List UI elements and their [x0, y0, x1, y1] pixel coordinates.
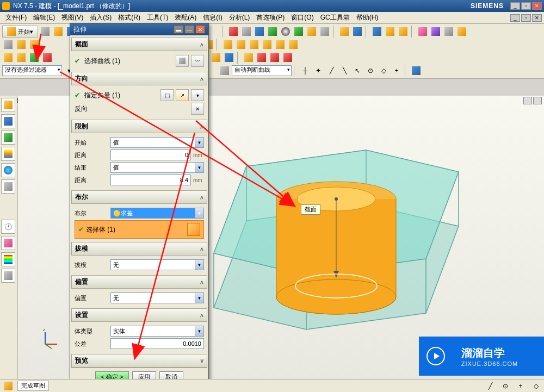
section-header-boolean[interactable]: 布尔ʌ	[71, 190, 207, 204]
tb-zoom-icon[interactable]	[240, 26, 252, 38]
tb-mirror-icon[interactable]	[287, 39, 299, 51]
selection-filter-combo[interactable]: 没有选择过滤器	[2, 65, 62, 76]
tb-wcs1-icon[interactable]	[371, 26, 383, 38]
section-header-preview[interactable]: 预览v	[71, 354, 207, 368]
vector-inferred-button[interactable]: ↗	[176, 89, 189, 101]
status-snap2-icon[interactable]: ⊙	[499, 380, 511, 392]
tb-render-icon[interactable]	[280, 26, 292, 38]
minimize-button[interactable]: _	[510, 2, 520, 10]
tb-shell-icon[interactable]	[261, 39, 273, 51]
end-distance-input[interactable]	[110, 175, 191, 185]
curve-rule-combo[interactable]: 自动判断曲线	[232, 65, 292, 76]
snap-box-icon[interactable]	[410, 65, 422, 77]
menu-edit[interactable]: 编辑(E)	[30, 12, 58, 23]
dialog-close-button[interactable]: ✕	[195, 25, 205, 34]
tb-curve4-icon[interactable]	[41, 52, 53, 64]
menu-help[interactable]: 帮助(H)	[353, 12, 382, 23]
menu-assembly[interactable]: 装配(A)	[171, 12, 200, 23]
tb-misc2-icon[interactable]	[430, 26, 442, 38]
tb-sketch-icon[interactable]	[2, 39, 14, 51]
body-type-combo[interactable]: 实体▼	[110, 326, 204, 337]
tb-datum-icon[interactable]	[15, 39, 27, 51]
tb-misc4-icon[interactable]	[456, 26, 468, 38]
section-header-section[interactable]: 截面ʌ	[71, 38, 207, 51]
tb-sk3-icon[interactable]	[223, 52, 235, 64]
status-sketch-icon[interactable]	[2, 380, 14, 392]
vector-dropdown-button[interactable]: ▾	[191, 89, 204, 101]
tb-intersect-icon[interactable]	[248, 39, 260, 51]
tb-jt-icon[interactable]	[319, 26, 331, 38]
sketch-section-button[interactable]	[176, 55, 189, 67]
menu-format[interactable]: 格式(R)	[115, 12, 144, 23]
menu-window[interactable]: 窗口(O)	[288, 12, 317, 23]
menu-gc[interactable]: GC工具箱	[317, 12, 353, 23]
curve-rule-button[interactable]: 〰	[191, 55, 204, 67]
mdi-minimize-button[interactable]: _	[510, 14, 520, 22]
tb-new-icon[interactable]	[39, 26, 51, 38]
close-button[interactable]: ✕	[532, 2, 542, 10]
menu-preferences[interactable]: 首选项(P)	[253, 12, 288, 23]
status-snap4-icon[interactable]: ◇	[530, 380, 542, 392]
mdi-restore-button[interactable]: ▫	[521, 14, 531, 22]
res-spectrum-icon[interactable]	[1, 252, 15, 266]
vp-grid-icon[interactable]	[533, 97, 542, 104]
select-curve-label[interactable]: 选择曲线 (1)	[84, 57, 174, 66]
menu-tools[interactable]: 工具(T)	[144, 12, 171, 23]
tb-extrude-icon[interactable]	[28, 39, 40, 51]
tb-curve3-icon[interactable]	[28, 52, 40, 64]
start-type-combo[interactable]: 值▼	[110, 137, 204, 148]
status-snap3-icon[interactable]: +	[515, 380, 527, 392]
draft-combo[interactable]: 无▼	[110, 259, 204, 270]
snap7-icon[interactable]: ◇	[378, 65, 390, 77]
snap-rect-icon[interactable]	[219, 65, 231, 77]
res-clock-icon[interactable]: 🕐	[1, 220, 15, 234]
vp-maximize-icon[interactable]	[523, 97, 532, 104]
boolean-combo[interactable]: 🟡 求差▼	[110, 208, 204, 219]
start-distance-input[interactable]	[110, 150, 191, 160]
end-type-combo[interactable]: 值▼	[110, 162, 204, 173]
tb-wcs2-icon[interactable]	[384, 26, 396, 38]
section-header-draft[interactable]: 拔模ʌ	[71, 242, 207, 256]
tb-wireframe-icon[interactable]	[293, 26, 305, 38]
res-history-icon[interactable]	[1, 179, 15, 194]
select-body-row[interactable]: ✔ 选择体 (1)	[75, 220, 204, 239]
res-roles-icon[interactable]	[1, 236, 15, 250]
tb-open-icon[interactable]	[52, 26, 64, 38]
tb-fit-icon[interactable]	[227, 26, 239, 38]
tb-wcs3-icon[interactable]	[397, 26, 409, 38]
tb-unite-icon[interactable]	[222, 39, 234, 51]
tb-layer-icon[interactable]	[338, 26, 350, 38]
start-button[interactable]: 开始 ▾	[2, 26, 38, 38]
section-header-direction[interactable]: 方向ʌ	[71, 72, 207, 85]
res-ie-icon[interactable]	[1, 163, 15, 177]
res-navigator-icon[interactable]	[1, 98, 15, 112]
res-reuse-icon[interactable]	[1, 130, 15, 145]
tb-misc3-icon[interactable]	[443, 26, 455, 38]
tb-sk2-icon[interactable]	[210, 52, 222, 64]
dialog-min-button[interactable]: —	[184, 25, 194, 34]
tb-curve1-icon[interactable]	[2, 52, 14, 64]
tb-pan-icon[interactable]	[254, 26, 265, 38]
snap2-icon[interactable]: ✦	[312, 65, 324, 77]
tb-hide-icon[interactable]	[351, 26, 363, 38]
tb-arc-icon[interactable]	[269, 52, 281, 64]
section-header-limits[interactable]: 限制ʌ	[71, 120, 207, 133]
menu-view[interactable]: 视图(V)	[58, 12, 86, 23]
tb-shaded-icon[interactable]	[306, 26, 318, 38]
snap3-icon[interactable]: ╱	[325, 65, 337, 77]
menu-analysis[interactable]: 分析(L)	[226, 12, 254, 23]
tb-pattern-icon[interactable]	[274, 39, 286, 51]
dialog-pin-button[interactable]: ▬	[174, 25, 183, 34]
res-part-icon[interactable]	[1, 114, 15, 128]
tb-line-icon[interactable]	[282, 52, 294, 64]
offset-combo[interactable]: 无▼	[110, 293, 204, 303]
vector-dialog-button[interactable]: ⬚	[160, 89, 174, 101]
tb-sketch2-icon[interactable]	[243, 52, 255, 64]
res-tool-icon[interactable]	[1, 269, 15, 283]
snap8-icon[interactable]: +	[391, 65, 403, 77]
reverse-direction-button[interactable]: ✕	[191, 103, 204, 115]
specify-vector-label[interactable]: 指定矢量 (1)	[84, 91, 158, 100]
snap5-icon[interactable]: ↖	[351, 65, 363, 77]
menu-insert[interactable]: 插入(S)	[86, 12, 115, 23]
dialog-titlebar[interactable]: 拉伸 ▬ — ✕	[70, 23, 208, 35]
